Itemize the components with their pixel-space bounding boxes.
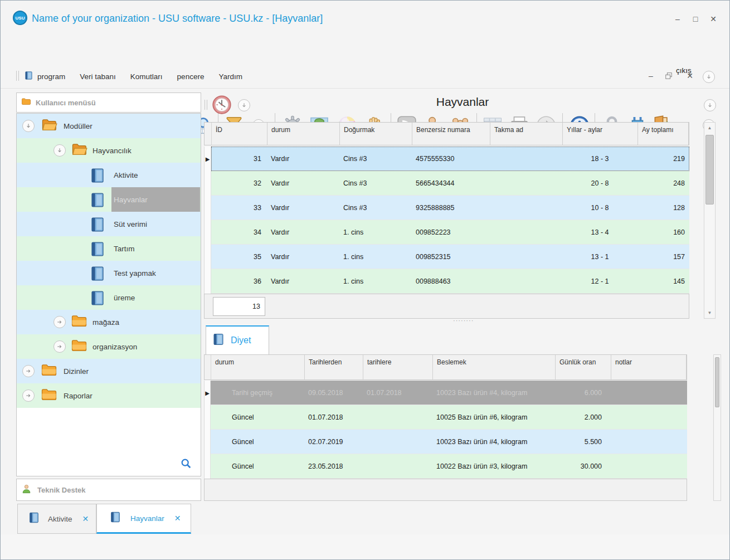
cell[interactable]: 160 (637, 220, 689, 244)
cell[interactable]: Güncel (211, 454, 304, 478)
cell[interactable]: Vardır (267, 171, 339, 195)
expand-icon[interactable] (22, 389, 35, 402)
cell[interactable]: 30.000 (555, 454, 611, 478)
col-benzersiz-numara[interactable]: Benzersiz numara (412, 123, 490, 145)
animals-scrollbar[interactable]: ▲ ▼ (704, 122, 716, 319)
cell[interactable]: 02.07.2019 (304, 430, 363, 454)
diet-row[interactable]: Güncel02.07.201910023 Bazı ürün #4, kilo… (204, 430, 687, 454)
sidebar-item-dizinler[interactable]: Dizinler (17, 359, 201, 383)
cell[interactable]: 219 (637, 147, 689, 171)
cell[interactable] (611, 405, 687, 429)
cell[interactable]: Cins #3 (339, 196, 412, 220)
col-beslemek[interactable]: Beslemek (433, 355, 556, 379)
diet-row[interactable]: Güncel23.05.201810022 Bazı ürün #3, kilo… (204, 454, 687, 479)
cell[interactable]: Güncel (211, 405, 304, 429)
collapse-icon[interactable] (53, 144, 66, 157)
col-notlar[interactable]: notlar (611, 355, 687, 379)
cell[interactable]: 33 (211, 196, 267, 220)
cell[interactable]: Tarihi geçmiş (211, 381, 304, 405)
cell[interactable]: 128 (637, 196, 689, 220)
cell[interactable] (611, 430, 687, 454)
cell[interactable]: 145 (637, 269, 689, 293)
cell[interactable]: 10025 Bazı ürün #6, kilogram (432, 405, 555, 429)
cell[interactable]: 01.07.2018 (304, 405, 363, 429)
cell[interactable]: 009852223 (412, 220, 490, 244)
expand-icon[interactable] (22, 365, 35, 377)
cell[interactable]: 09.05.2018 (304, 381, 363, 405)
sidebar-item-test-yapmak[interactable]: Test yapmak (17, 261, 201, 285)
cell[interactable]: 10023 Bazı ürün #4, kilogram (432, 430, 555, 454)
animal-row[interactable]: 34Vardır1. cins00985222313 - 4160 (204, 220, 689, 245)
diet-row[interactable]: Güncel01.07.201810025 Bazı ürün #6, kilo… (204, 405, 687, 430)
cell[interactable] (490, 220, 562, 244)
cell[interactable]: Cins #3 (339, 147, 412, 171)
cell[interactable]: 9325888885 (412, 196, 490, 220)
col-ay-toplami[interactable]: Ay toplamı (638, 123, 689, 145)
cell[interactable] (490, 147, 562, 171)
cell[interactable]: 1. cins (339, 220, 412, 244)
sidebar-item-süt-verimi[interactable]: Süt verimi (17, 212, 201, 236)
diet-scrollbar[interactable] (713, 354, 721, 501)
scroll-up-icon[interactable]: ▲ (704, 125, 715, 130)
cell[interactable]: 10 - 8 (562, 196, 637, 220)
cell[interactable]: 4575555330 (412, 147, 490, 171)
col-yillar-aylar[interactable]: Yıllar - aylar (563, 123, 638, 145)
cell[interactable]: 009852315 (412, 245, 490, 269)
cell[interactable] (363, 430, 432, 454)
cell[interactable]: 1. cins (339, 245, 412, 269)
cell[interactable]: Vardır (267, 269, 339, 293)
splitter-handle[interactable]: ········ (453, 317, 474, 324)
cell[interactable]: 5.500 (555, 430, 611, 454)
scroll-down-icon[interactable]: ▼ (704, 310, 715, 315)
cell[interactable] (490, 196, 562, 220)
panel-chevron-right-icon[interactable] (704, 99, 716, 111)
col-tarihlerden[interactable]: Tarihlerden (305, 355, 363, 379)
doc-tab-hayvanlar[interactable]: Hayvanlar ✕ (96, 504, 191, 534)
tree-search-icon[interactable] (180, 457, 192, 472)
sidebar-item-raporlar[interactable]: Raporlar (17, 383, 201, 408)
minimize-icon[interactable]: – (671, 14, 684, 24)
sidebar-item-mağaza[interactable]: mağaza (17, 310, 201, 334)
record-count-box[interactable]: 13 (213, 297, 265, 316)
cell[interactable]: Vardır (267, 245, 339, 269)
cell[interactable]: 18 - 3 (562, 147, 637, 171)
collapse-icon[interactable] (22, 120, 35, 132)
col-dogurmak[interactable]: Doğurmak (340, 123, 412, 145)
sidebar-item-organizasyon[interactable]: organizasyon (17, 334, 201, 359)
cell[interactable]: 10022 Bazı ürün #3, kilogram (432, 454, 555, 478)
col-id[interactable]: İD (212, 123, 267, 145)
sidebar-item-aktivite[interactable]: Aktivite (17, 163, 201, 187)
cell[interactable] (490, 245, 562, 269)
cell[interactable]: 13 - 4 (562, 220, 637, 244)
cell[interactable]: 31 (211, 147, 267, 171)
animal-row[interactable]: 35Vardır1. cins00985231513 - 1157 (204, 245, 689, 269)
scrollbar-thumb[interactable] (715, 357, 719, 407)
sidebar-item-modüller[interactable]: Modüller (17, 114, 201, 138)
tab-close-icon[interactable]: ✕ (174, 514, 181, 523)
cell[interactable]: 35 (211, 245, 267, 269)
maximize-icon[interactable]: □ (689, 14, 702, 24)
col-gunluk-oran[interactable]: Günlük oran (556, 355, 611, 379)
cell[interactable]: 009888463 (412, 269, 490, 293)
cell[interactable]: 13 - 1 (562, 245, 637, 269)
cell[interactable]: Güncel (211, 430, 304, 454)
animal-row[interactable]: 32VardırCins #3566543434420 - 8248 (204, 171, 689, 196)
col-tarihlere[interactable]: tarihlere (363, 355, 433, 379)
cell[interactable]: 1. cins (339, 269, 412, 293)
col-takma-ad[interactable]: Takma ad (490, 123, 563, 145)
cell[interactable]: 32 (211, 171, 267, 195)
sidebar-item-hayvanlar[interactable]: Hayvanlar (17, 187, 201, 212)
cell[interactable]: 6.000 (555, 381, 611, 405)
cell[interactable]: 2.000 (555, 405, 611, 429)
animal-row[interactable]: 36Vardır1. cins00988846312 - 1145 (204, 269, 689, 294)
close-icon[interactable]: ✕ (707, 14, 719, 24)
cell[interactable]: 23.05.2018 (304, 454, 363, 478)
cell[interactable] (490, 269, 562, 293)
cell[interactable]: 10023 Bazı ürün #4, kilogram (432, 381, 555, 405)
animal-row[interactable]: ▶31VardırCins #3457555533018 - 3219 (204, 147, 689, 171)
diet-row[interactable]: ▶Tarihi geçmiş09.05.201801.07.201810023 … (204, 381, 687, 405)
cell[interactable] (363, 454, 432, 478)
expand-icon[interactable] (53, 340, 66, 353)
cell[interactable]: 36 (211, 269, 267, 293)
cell[interactable] (490, 171, 562, 195)
